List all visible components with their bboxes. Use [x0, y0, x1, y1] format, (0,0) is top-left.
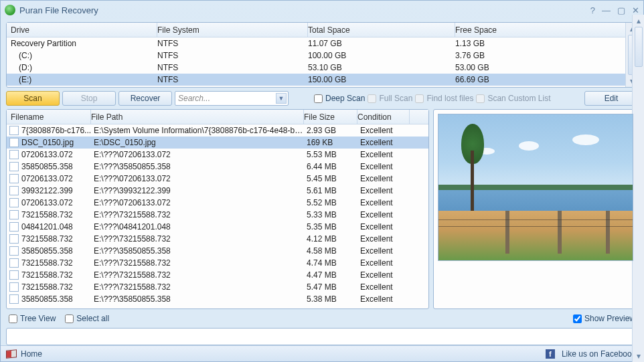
full-scan-checkbox[interactable]: Full Scan: [368, 94, 412, 103]
search-placeholder: Search...: [178, 94, 210, 103]
file-checkbox[interactable]: [9, 246, 19, 256]
file-row[interactable]: 73215588.732E:\???\73215588.7324.12 MBEx…: [7, 233, 428, 245]
scroll-thumb[interactable]: [635, 27, 643, 67]
file-size: 5.45 MB: [307, 174, 360, 183]
col-drive[interactable]: Drive: [7, 23, 157, 37]
show-preview-checkbox[interactable]: Show Preview: [573, 314, 635, 323]
file-condition: Excellent: [360, 150, 412, 159]
home-icon: [6, 349, 17, 359]
scan-custom-list-checkbox[interactable]: Scan Custom List: [476, 94, 550, 103]
dropdown-icon[interactable]: ▼: [276, 93, 287, 104]
file-size: 4.74 MB: [307, 258, 360, 268]
file-name: 35850855.358: [21, 162, 94, 171]
tree-view-checkbox[interactable]: Tree View: [9, 314, 56, 323]
col-filename[interactable]: Filename: [7, 110, 91, 124]
drive-row[interactable]: (E:)NTFS150.00 GB66.69 GB: [7, 74, 637, 86]
file-checkbox[interactable]: [9, 210, 19, 219]
file-row[interactable]: 73215588.732E:\???\73215588.7325.33 MBEx…: [7, 209, 428, 221]
file-path: E:\???\35850855.358: [94, 162, 307, 171]
drive-free: 3.76 GB: [455, 51, 596, 60]
file-path: E:\System Volume Information\7{3808876b-…: [94, 126, 307, 135]
minimize-icon[interactable]: —: [602, 5, 611, 15]
file-row[interactable]: 35850855.358E:\???\35850855.3585.38 MBEx…: [7, 293, 428, 305]
drive-row[interactable]: Recovery PartitionNTFS11.07 GB1.13 GB: [7, 37, 637, 50]
drive-total: 53.10 GB: [308, 63, 455, 72]
file-checkbox[interactable]: [9, 222, 19, 232]
file-size: 5.38 MB: [307, 294, 360, 304]
file-checkbox[interactable]: [9, 198, 19, 207]
scroll-up-icon[interactable]: ▴: [637, 16, 641, 25]
file-checkbox[interactable]: [9, 126, 19, 135]
file-size: 2.93 GB: [307, 126, 360, 135]
file-condition: Excellent: [360, 294, 412, 304]
search-input[interactable]: Search... ▼: [175, 91, 289, 106]
maximize-icon[interactable]: ▢: [617, 5, 625, 15]
file-row[interactable]: 73215588.732E:\???\73215588.7325.47 MBEx…: [7, 281, 428, 293]
find-lost-files-checkbox[interactable]: Find lost files: [415, 94, 473, 103]
file-row[interactable]: DSC_0150.jpgE:\DSC_0150.jpg169 KBExcelle…: [7, 137, 428, 149]
facebook-icon[interactable]: f: [546, 349, 555, 359]
drive-fs: NTFS: [157, 75, 308, 84]
drive-list-header: Drive File System Total Space Free Space: [7, 23, 637, 37]
file-checkbox[interactable]: [9, 186, 19, 195]
file-checkbox[interactable]: [9, 162, 19, 171]
col-total-space[interactable]: Total Space: [308, 23, 455, 37]
deep-scan-checkbox[interactable]: Deep Scan: [314, 94, 365, 103]
file-row[interactable]: 7{3808876b-c176...E:\System Volume Infor…: [7, 124, 428, 137]
file-checkbox[interactable]: [9, 282, 19, 292]
drive-row[interactable]: (F:)NTFS150.00 GB86.93 GB: [7, 86, 637, 87]
file-scrollbar[interactable]: ▴ ▾: [632, 15, 644, 362]
file-row[interactable]: 04841201.048E:\???\04841201.0485.35 MBEx…: [7, 221, 428, 233]
file-row[interactable]: 73215588.732E:\???\73215588.7324.74 MBEx…: [7, 257, 428, 269]
file-checkbox[interactable]: [9, 294, 19, 304]
scroll-down-icon[interactable]: ▾: [637, 351, 641, 361]
file-name: 7{3808876b-c176...: [21, 126, 94, 135]
edit-button[interactable]: Edit: [584, 91, 638, 106]
file-checkbox[interactable]: [9, 174, 19, 183]
file-row[interactable]: 07206133.072E:\???\07206133.0725.45 MBEx…: [7, 173, 428, 185]
file-row[interactable]: 07206133.072E:\???\07206133.0725.53 MBEx…: [7, 149, 428, 161]
recover-button[interactable]: Recover: [118, 91, 172, 106]
drive-fs: NTFS: [157, 51, 308, 60]
col-file-system[interactable]: File System: [157, 23, 308, 37]
file-checkbox[interactable]: [9, 138, 19, 147]
titlebar: Puran File Recovery ? — ▢ ✕: [1, 1, 643, 19]
file-checkbox[interactable]: [9, 234, 19, 244]
file-name: DSC_0150.jpg: [21, 138, 94, 147]
file-list-panel: Filename File Path File Size Condition 7…: [6, 109, 429, 309]
options-row: Tree View Select all Show Preview: [6, 312, 638, 325]
file-row[interactable]: 35850855.358E:\???\35850855.3584.58 MBEx…: [7, 245, 428, 257]
file-row[interactable]: 35850855.358E:\???\35850855.3586.44 MBEx…: [7, 161, 428, 173]
file-row[interactable]: 07206133.072E:\???\07206133.0725.52 MBEx…: [7, 197, 428, 209]
col-condition[interactable]: Condition: [357, 110, 410, 124]
scan-button[interactable]: Scan: [6, 91, 60, 106]
file-path: E:\???\73215588.732: [94, 258, 307, 268]
file-name: 73215588.732: [21, 270, 94, 280]
facebook-link[interactable]: Like us on Facebook.: [562, 349, 638, 359]
drive-total: 11.07 GB: [308, 39, 455, 48]
col-filepath[interactable]: File Path: [91, 110, 304, 124]
col-free-space[interactable]: Free Space: [455, 25, 596, 35]
file-row[interactable]: 73215588.732E:\???\73215588.7324.47 MBEx…: [7, 269, 428, 281]
home-link[interactable]: Home: [21, 349, 42, 359]
file-path: E:\DSC_0150.jpg: [94, 138, 307, 147]
file-checkbox[interactable]: [9, 258, 19, 268]
select-all-checkbox[interactable]: Select all: [65, 314, 109, 323]
file-checkbox[interactable]: [9, 270, 19, 280]
file-row[interactable]: 39932122.399E:\???\39932122.3995.61 MBEx…: [7, 185, 428, 197]
drive-name: (E:): [7, 75, 157, 84]
file-condition: Excellent: [360, 222, 412, 232]
help-icon[interactable]: ?: [590, 5, 595, 15]
file-checkbox[interactable]: [9, 150, 19, 159]
close-icon[interactable]: ✕: [632, 5, 639, 15]
drive-name: (C:): [7, 51, 157, 60]
file-condition: Excellent: [360, 270, 412, 280]
col-filesize[interactable]: File Size: [304, 110, 357, 124]
stop-button[interactable]: Stop: [62, 91, 116, 106]
file-condition: Excellent: [360, 210, 412, 219]
drive-row[interactable]: (D:)NTFS53.10 GB53.00 GB: [7, 62, 637, 74]
file-path: E:\???\39932122.399: [94, 186, 307, 195]
file-condition: Excellent: [360, 246, 412, 256]
drive-row[interactable]: (C:)NTFS100.00 GB3.76 GB: [7, 50, 637, 62]
drive-free: 66.69 GB: [455, 75, 596, 84]
